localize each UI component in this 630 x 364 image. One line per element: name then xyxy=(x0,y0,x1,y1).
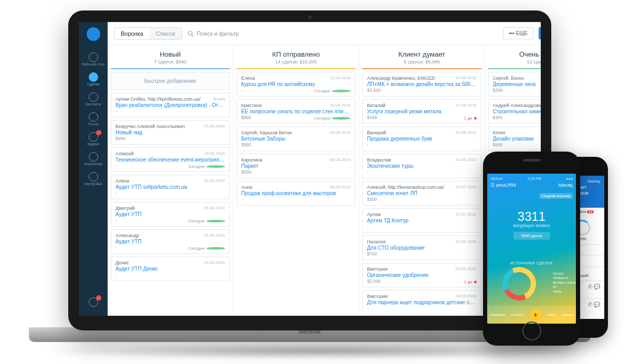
card-price: - xyxy=(367,142,477,147)
deal-card[interactable]: ВчераАртем Олійко, http://kpmfitness.com… xyxy=(111,93,230,117)
phone-icon[interactable]: ✆ 💬 xyxy=(588,284,600,290)
card-price: - xyxy=(116,190,225,196)
deal-card[interactable]: 05.05.2015ВикторияОрганические удобрения… xyxy=(362,263,481,287)
nav-Настройки[interactable]: Настройки xyxy=(79,169,108,189)
phone1-menu-icon[interactable]: ☰ amoCRM xyxy=(490,183,516,188)
nav-icon xyxy=(89,152,98,162)
card-price: $990 xyxy=(116,136,225,141)
deal-card[interactable]: 22.08.2016ЕленаКурсы для HR по английско… xyxy=(237,72,356,97)
status-dot xyxy=(332,90,351,92)
deal-card[interactable]: 08.08.2016КаролинаПаркет$990 xyxy=(237,154,356,178)
card-title: Дизайн упаковки xyxy=(493,136,541,142)
deal-card[interactable]: 26.07.2016Алексей, http://keramashop.com… xyxy=(362,181,481,206)
nav-Контакты[interactable]: Контакты xyxy=(79,89,108,109)
donut-chart-icon xyxy=(498,262,541,305)
card-title: Строительная химия xyxy=(493,109,541,114)
card-date: 26.05.2016 xyxy=(456,239,477,244)
column-meta: 7 сделок: $990 xyxy=(112,59,229,65)
nav-Рабочий стол[interactable]: Рабочий стол xyxy=(79,49,108,69)
column-title: Очень теплый 0,9 xyxy=(489,50,541,58)
deal-card[interactable]: 01.08.2016ВладиславЭкзотические туры- xyxy=(362,154,481,178)
card-date: 12.08.2016 xyxy=(456,103,477,108)
phone1-tabbar: Dashboard Contacts + Leads Settings xyxy=(487,306,576,324)
phone1-period[interactable]: Месяц xyxy=(559,183,573,188)
column-title: Новый xyxy=(112,50,229,58)
deal-card[interactable]: 22.08.2016Александр Кравченко, EMOZZIЛП+… xyxy=(362,72,481,97)
deal-card[interactable]: 22.07.2016АртемАртем ТД Контур- xyxy=(362,208,481,233)
deal-card[interactable]: 08.08.2016АннаПродаж проф.косметики для … xyxy=(237,181,356,206)
card-date: 05.08.2016 xyxy=(204,178,225,183)
add-deal-button[interactable]: + ДОБАВИТЬ СДЕЛКУ xyxy=(539,27,541,39)
deal-card[interactable]: 19.08.2016АлексейТехническое обеспечение… xyxy=(111,147,230,172)
deal-card[interactable]: 08.08.2016Сергей, Харьков БетонБетонные … xyxy=(237,126,356,151)
nav-Аналитика[interactable]: Аналитика xyxy=(79,149,108,169)
card-title: Новый лид xyxy=(116,130,225,135)
nav-icon xyxy=(89,72,98,82)
card-date: 10.08.2016 xyxy=(456,130,477,135)
deal-card[interactable]: 08.08.2016ЮлияДизайн упаковки$990 xyxy=(488,126,541,151)
deal-card[interactable]: 12.08.2016ВиталийУслуги лазерной резки м… xyxy=(362,99,481,124)
deal-card[interactable]: 05.08.2016АлёнаАудит УТП svitparketu.com… xyxy=(111,175,230,199)
card-price: $700 xyxy=(367,251,477,256)
deal-card[interactable]: 08.08.2016ВикторияДля парнера ищет подря… xyxy=(362,290,481,315)
card-date: 01.08.2016 xyxy=(456,157,477,162)
card-price: - xyxy=(367,224,477,229)
nav-icon xyxy=(89,112,98,122)
card-date: 20.08.2016 xyxy=(330,103,351,108)
nav-Задачи[interactable]: Задачи xyxy=(79,129,108,149)
card-price: $2,500 xyxy=(367,88,477,93)
main-area: Воронка Список Поиск и фильтр ••• ЕЩЕ + … xyxy=(108,22,541,316)
nav-Почта[interactable]: Почта xyxy=(79,109,108,129)
card-title: Смесители хочет ЛП xyxy=(367,190,477,196)
more-button[interactable]: ••• ЕЩЕ xyxy=(503,27,533,39)
card-date: 22.08.2016 xyxy=(330,76,351,80)
card-price: $300 xyxy=(367,197,477,202)
status-dot xyxy=(474,117,477,120)
quick-add[interactable]: Быстрое добавление xyxy=(111,72,230,90)
card-title: Аудит УТП svitparketu.com.ua xyxy=(116,184,225,190)
nav-Сделки[interactable]: Сделки xyxy=(79,69,108,89)
card-price: - xyxy=(367,306,477,311)
nav-icon xyxy=(89,52,98,62)
deal-card[interactable]: 04.08.2016АлександрАудит УТП-Сегодня xyxy=(111,229,230,254)
phone1-tab-settings[interactable]: Settings xyxy=(562,313,573,316)
card-title: Бетонные Заборы xyxy=(242,136,351,142)
card-price: $2,000 xyxy=(367,279,477,284)
deal-card[interactable]: 19.08.2016Андрей АлександровичСтроительн… xyxy=(488,99,541,124)
tab-funnel[interactable]: Воронка xyxy=(114,28,150,39)
notifications-bell[interactable] xyxy=(79,294,108,311)
phone1-tab-contacts[interactable]: Contacts xyxy=(511,313,524,316)
card-person: Андрей Александрович xyxy=(493,103,541,108)
deal-card[interactable]: 26.05.2016НаталияДля СТО оборудование$70… xyxy=(362,235,481,260)
status-dot xyxy=(206,165,225,168)
deal-card[interactable]: 05.08.2016ДмитрийАудит УТП-Сегодня xyxy=(111,202,230,227)
search-field[interactable]: Поиск и фильтр xyxy=(187,30,498,37)
card-date: 08.08.2016 xyxy=(330,130,351,135)
deal-card[interactable]: 22.08.2016Сергей, БоскоДеревянные окна$2… xyxy=(488,72,541,97)
phone1-tab-leads[interactable]: Leads xyxy=(547,313,555,316)
status-dot xyxy=(474,281,477,283)
card-title: Врач реабилитолог (Днепропетровск) - От … xyxy=(116,102,225,108)
phone1-tab-dashboard[interactable]: Dashboard xyxy=(490,313,506,316)
deal-card[interactable]: 20.08.2016КристинаЕЕ попросили узнать по… xyxy=(237,99,356,124)
tab-list[interactable]: Список xyxy=(150,28,182,39)
card-title: ЕЕ попросили узнать по отделке стен плит… xyxy=(242,109,351,114)
card-title: Продаж проф.косметики для мастеров xyxy=(242,190,351,196)
card-title: Паркет xyxy=(242,163,351,169)
card-price: $499 xyxy=(367,115,477,120)
column-2: Клиент думает8 сделок: $6,98922.08.2016А… xyxy=(359,45,485,316)
app-logo[interactable] xyxy=(87,27,100,41)
card-title: Услуги лазерной резки метала xyxy=(367,109,477,114)
deal-card[interactable]: 23.08.2016Безручко Алексей АнатольевичНо… xyxy=(111,120,230,145)
bell-icon xyxy=(89,297,98,307)
phone1-add-button[interactable]: + xyxy=(530,309,541,320)
card-price: $299 xyxy=(493,88,541,93)
card-price: - xyxy=(116,272,225,277)
deal-card[interactable]: 10.08.2016ВалерийПродажа деревянных букв… xyxy=(362,126,481,151)
phone-icon[interactable]: ✆ 💬 xyxy=(588,302,600,307)
card-title: Деревянные окна xyxy=(493,81,541,87)
card-date: 04.08.2016 xyxy=(204,260,225,265)
card-date: Вчера xyxy=(213,97,225,101)
deal-card[interactable]: 04.08.2016ДенисАудит УТП Денис- xyxy=(111,256,230,281)
card-date: 08.08.2016 xyxy=(330,157,351,162)
